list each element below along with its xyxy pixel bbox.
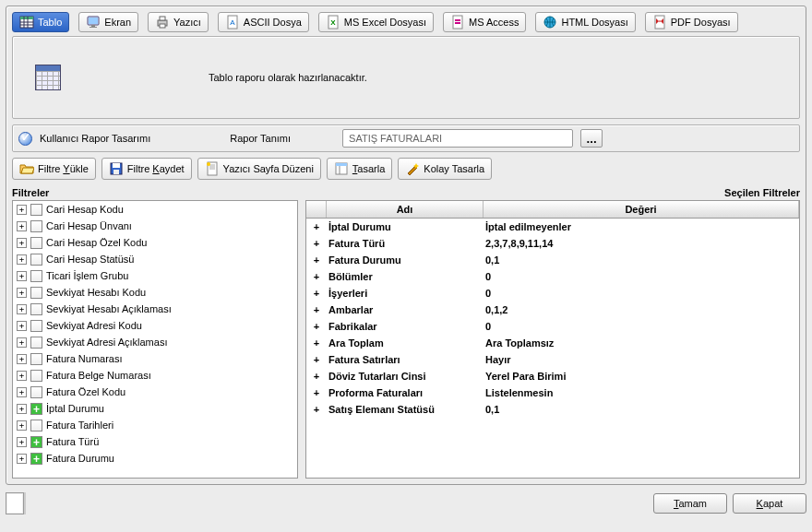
selected-row[interactable]: +Bölümler0 [306, 268, 799, 285]
selected-row[interactable]: +Fatura Durumu0,1 [306, 252, 799, 268]
format-btn-tablo[interactable]: Tablo [12, 12, 69, 32]
checkbox-icon[interactable] [30, 420, 42, 432]
expand-icon[interactable]: + [306, 352, 327, 367]
expand-icon[interactable]: + [17, 238, 27, 248]
expand-icon[interactable]: + [17, 420, 27, 431]
checkbox-icon[interactable] [30, 287, 42, 299]
filters-tree[interactable]: +Cari Hesap Kodu+Cari Hesap Ünvanı+Cari … [12, 200, 298, 479]
expand-icon[interactable]: + [17, 371, 27, 381]
checkbox-icon[interactable] [30, 403, 42, 415]
expand-icon[interactable]: + [17, 404, 27, 414]
selected-row[interactable]: +İptal Durumuİptal edilmeyenler [306, 219, 799, 235]
selected-value: 0 [484, 286, 799, 301]
filter-item[interactable]: +Sevkiyat Adresi Açıklaması [13, 334, 297, 350]
page-icon[interactable] [6, 492, 24, 514]
format-btn-ekran[interactable]: Ekran [78, 12, 138, 32]
expand-icon[interactable]: + [17, 304, 27, 314]
selected-name: Döviz Tutarları Cinsi [327, 369, 484, 384]
filter-item[interactable]: +Cari Hesap Ünvanı [13, 218, 297, 234]
expand-icon[interactable]: + [17, 337, 27, 348]
expand-icon[interactable]: + [17, 321, 27, 331]
filter-item[interactable]: +Fatura Özel Kodu [13, 384, 297, 400]
format-btn-html[interactable]: HTML Dosyası [535, 12, 635, 32]
filter-item[interactable]: +Fatura Durumu [13, 450, 297, 467]
checkbox-icon[interactable] [30, 320, 42, 332]
selected-row[interactable]: +Satış Elemanı Statüsü0,1 [306, 401, 799, 418]
expand-icon[interactable]: + [306, 236, 327, 251]
expand-icon[interactable]: + [306, 385, 327, 400]
expand-icon[interactable]: + [17, 288, 27, 298]
report-definition-input[interactable] [342, 129, 573, 148]
close-button[interactable]: Kapat [733, 493, 806, 514]
browse-button[interactable]: ... [580, 129, 603, 148]
svg-rect-21 [113, 163, 120, 168]
selected-row[interactable]: +Fatura SatırlarıHayır [306, 351, 799, 368]
selected-row[interactable]: +Ambarlar0,1,2 [306, 301, 799, 318]
filter-item[interactable]: +Sevkiyat Hesabı Açıklaması [13, 301, 297, 317]
checkbox-icon[interactable] [30, 453, 42, 465]
tablo-icon [19, 15, 34, 30]
expand-icon[interactable]: + [306, 219, 327, 234]
selected-filters-table[interactable]: Adı Değeri +İptal Durumuİptal edilmeyenl… [305, 200, 800, 479]
expand-icon[interactable]: + [17, 437, 27, 447]
format-btn-yazici[interactable]: Yazıcı [148, 12, 209, 32]
format-btn-pdf[interactable]: PDF Dosyası [645, 12, 738, 32]
svg-rect-9 [90, 27, 97, 28]
selected-row[interactable]: +Döviz Tutarları CinsiYerel Para Birimi [306, 368, 799, 384]
checkbox-icon[interactable] [30, 237, 42, 249]
checkbox-icon[interactable] [30, 353, 42, 365]
expand-icon[interactable]: + [306, 402, 327, 417]
filter-item[interactable]: +Cari Hesap Özel Kodu [13, 234, 297, 251]
filter-label: Fatura Numarası [46, 351, 123, 366]
filter-item[interactable]: +Sevkiyat Hesabı Kodu [13, 284, 297, 301]
selected-row[interactable]: +İşyerleri0 [306, 285, 799, 301]
toolbar2-btn-0[interactable]: Filtre Yükle [12, 158, 96, 180]
toolbar2-btn-2[interactable]: Yazıcı Sayfa Düzeni [197, 158, 321, 180]
checkbox-icon[interactable] [30, 220, 42, 232]
expand-icon[interactable]: + [17, 454, 27, 464]
wand-icon [405, 161, 420, 176]
expand-icon[interactable]: + [306, 336, 327, 350]
expand-icon[interactable]: + [17, 271, 27, 281]
format-btn-excel[interactable]: XMS Excel Dosyası [318, 12, 434, 32]
filter-item[interactable]: +İptal Durumu [13, 400, 297, 417]
checkbox-icon[interactable] [30, 303, 42, 315]
toolbar2-btn-3[interactable]: Tasarla [327, 158, 392, 180]
expand-icon[interactable]: + [306, 319, 327, 334]
checkbox-icon[interactable] [30, 204, 42, 216]
filter-item[interactable]: +Fatura Tarihleri [13, 417, 297, 433]
expand-icon[interactable]: + [306, 369, 327, 384]
filters-title: Filtreler [12, 185, 298, 200]
selected-row[interactable]: +Fatura Türü2,3,7,8,9,11,14 [306, 235, 799, 252]
filter-item[interactable]: +Fatura Belge Numarası [13, 367, 297, 384]
expand-icon[interactable]: + [17, 387, 27, 397]
expand-icon[interactable]: + [17, 354, 27, 364]
expand-icon[interactable]: + [306, 286, 327, 301]
filter-item[interactable]: +Cari Hesap Statüsü [13, 251, 297, 267]
format-btn-access[interactable]: MS Access [443, 12, 526, 32]
checkbox-icon[interactable] [30, 436, 42, 448]
checkbox-icon[interactable] [30, 386, 42, 398]
selected-row[interactable]: +Proforma FaturalarıListelenmesin [306, 384, 799, 401]
format-btn-ascii[interactable]: AASCII Dosya [218, 12, 309, 32]
expand-icon[interactable]: + [306, 302, 327, 317]
toolbar2-btn-1[interactable]: Filtre Kaydet [102, 158, 192, 180]
toolbar2-btn-4[interactable]: Kolay Tasarla [398, 158, 492, 180]
checkbox-icon[interactable] [30, 337, 42, 349]
filter-item[interactable]: +Fatura Numarası [13, 350, 297, 367]
selected-row[interactable]: +Fabrikalar0 [306, 318, 799, 335]
expand-icon[interactable]: + [17, 205, 27, 215]
expand-icon[interactable]: + [306, 253, 327, 267]
ok-button[interactable]: Tamam [653, 493, 727, 514]
selected-row[interactable]: +Ara ToplamAra Toplamsız [306, 335, 799, 351]
filter-item[interactable]: +Ticari İşlem Grubu [13, 267, 297, 284]
expand-icon[interactable]: + [306, 269, 327, 284]
checkbox-icon[interactable] [30, 254, 42, 266]
filter-item[interactable]: +Cari Hesap Kodu [13, 201, 297, 218]
filter-item[interactable]: +Sevkiyat Adresi Kodu [13, 317, 297, 334]
filter-item[interactable]: +Fatura Türü [13, 433, 297, 450]
checkbox-icon[interactable] [30, 370, 42, 382]
expand-icon[interactable]: + [17, 254, 27, 265]
expand-icon[interactable]: + [17, 221, 27, 231]
checkbox-icon[interactable] [30, 270, 42, 282]
